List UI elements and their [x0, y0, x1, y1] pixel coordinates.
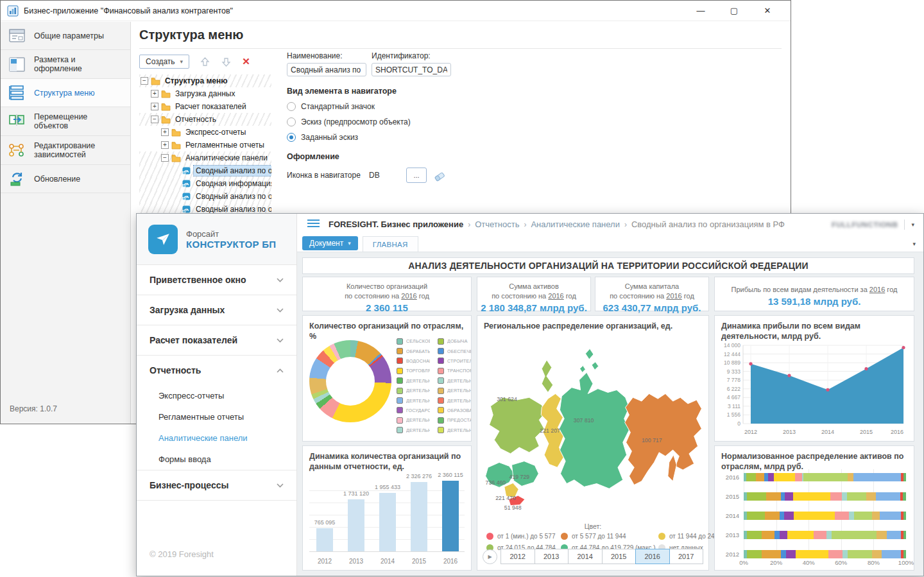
timeline-year-2015[interactable]: 2015 — [602, 549, 637, 564]
radio-unchecked-icon[interactable] — [287, 102, 296, 111]
view-section-title: Вид элемента в навигаторе — [287, 87, 505, 96]
year-link[interactable]: 2016 — [401, 292, 416, 300]
breadcrumb-link[interactable]: Сводный анализ по организациям в РФ — [631, 220, 785, 229]
dashboard-icon — [182, 205, 191, 214]
legend-item: ОБРАЗОВАН... — [438, 406, 471, 415]
year-link[interactable]: 2016 — [666, 292, 681, 300]
hamburger-menu-icon[interactable] — [307, 219, 320, 230]
expand-icon[interactable]: + — [161, 128, 169, 136]
timeline-year-2013[interactable]: 2013 — [535, 549, 569, 564]
map-region-northwest[interactable] — [489, 397, 545, 454]
map-region-sakhalin[interactable] — [668, 455, 677, 481]
breadcrumb-link[interactable]: Отчетность — [475, 220, 519, 229]
stacked-segment — [765, 512, 780, 520]
tree-node[interactable]: Сводный анализ по орган — [139, 164, 271, 177]
maximize-icon[interactable]: ▢ — [717, 6, 751, 15]
sidebar-subitem-регламентные-отчеты[interactable]: Регламентные отчеты — [137, 406, 296, 427]
create-button[interactable]: Создать ▾ — [139, 55, 189, 69]
sidebar-item-update[interactable]: Обновление — [1, 165, 130, 193]
sidebar-subitem-формы-ввода[interactable]: Формы ввода — [137, 449, 296, 470]
tree-node-label: Сводный анализ по орган — [194, 191, 271, 202]
map-region-novaya[interactable] — [542, 360, 553, 393]
map-region-fareast[interactable] — [625, 393, 702, 485]
sidebar-subitem-аналитические-панели[interactable]: Аналитические панели — [137, 427, 296, 449]
legend-item: ДЕЯТЕЛЬНО... — [438, 395, 471, 405]
tree-node[interactable]: Сводный анализ по орган — [139, 190, 271, 203]
radio-checked-icon[interactable] — [287, 133, 296, 142]
axis-year-label: 2015 — [412, 558, 426, 565]
user-name-badge[interactable]: FULLFUNCTIONB — [832, 221, 898, 228]
expand-icon[interactable]: + — [161, 141, 169, 149]
timeline-year-2017[interactable]: 2017 — [669, 549, 704, 564]
breadcrumb-root[interactable]: FORESIGHT. Бизнес приложение — [329, 220, 463, 229]
play-button[interactable]: ▶ — [483, 549, 497, 564]
map-region-value: 301 624 — [497, 396, 517, 402]
close-icon[interactable]: ✕ — [751, 6, 784, 15]
expand-icon[interactable]: + — [151, 103, 158, 110]
sidebar-item-menu[interactable]: Структура меню — [1, 79, 130, 107]
move-up-icon[interactable] — [200, 56, 210, 67]
tree-node[interactable]: +Загрузка данных — [139, 87, 271, 100]
tab-main[interactable]: ГЛАВНАЯ — [363, 236, 418, 252]
expand-icon[interactable]: + — [151, 90, 158, 98]
tree-node[interactable]: +Экспресс-отчеты — [139, 126, 271, 139]
timeline-year-2016[interactable]: 2016 — [635, 549, 670, 564]
identifier-input[interactable] — [372, 63, 451, 76]
radio-unchecked-icon[interactable] — [287, 117, 296, 126]
name-label: Наименование: — [287, 51, 366, 60]
tree-node[interactable]: +Расчет показателей — [139, 100, 271, 113]
sidebar-item-deps[interactable]: Редактирование зависимостей — [1, 136, 130, 165]
legend-swatch — [438, 417, 444, 424]
svg-text:2015: 2015 — [860, 429, 873, 435]
stacked-segment — [794, 512, 834, 520]
tree-node[interactable]: −Отчетность — [139, 113, 271, 126]
stacked-segment — [781, 550, 786, 558]
tree-node[interactable]: −Структура меню — [139, 74, 271, 87]
collapse-icon[interactable]: − — [141, 77, 148, 85]
timeline-year-2012[interactable]: 2012 — [501, 549, 535, 564]
ribbon-collapse-icon[interactable]: ▾ — [912, 241, 916, 247]
user-menu-chevron-icon[interactable]: ▾ — [911, 221, 914, 228]
legend-label: ТРАНСПОРТ... — [447, 368, 471, 373]
sidebar-item-расчет-показателей[interactable]: Расчет показателей — [137, 325, 296, 355]
sidebar-item-move[interactable]: Перемещение объектов — [1, 107, 130, 136]
eraser-icon[interactable] — [433, 169, 446, 182]
axis-tick-label: 0% — [739, 559, 748, 566]
radio-option[interactable]: Стандартный значок — [287, 102, 505, 111]
year-link[interactable]: 2016 — [548, 292, 563, 300]
sidebar-item-params[interactable]: Общие параметры — [1, 22, 130, 50]
stacked-segment — [795, 473, 801, 481]
map-region-siberia[interactable] — [559, 372, 629, 488]
document-menu-button[interactable]: Документ ▾ — [302, 236, 358, 250]
minimize-icon[interactable]: — — [684, 6, 717, 15]
sidebar-item-layout[interactable]: Разметка и оформление — [1, 50, 130, 79]
axis-tick-label: 60% — [835, 559, 847, 566]
sidebar-subitem-экспресс-отчеты[interactable]: Экспресс-отчеты — [137, 385, 296, 406]
sidebar-item-приветственное-окно[interactable]: Приветственное окно — [137, 265, 296, 295]
legend-dot — [486, 533, 493, 540]
collapse-icon[interactable]: − — [161, 154, 169, 162]
delete-icon[interactable]: ✕ — [242, 56, 250, 67]
tree-node[interactable]: Сводная информация по о — [139, 177, 271, 190]
collapse-icon[interactable]: − — [151, 116, 158, 123]
breadcrumb-link[interactable]: Аналитические панели — [531, 220, 620, 229]
svg-text:14 000: 14 000 — [724, 342, 740, 349]
sidebar-item-бизнес-процессы[interactable]: Бизнес-процессы — [137, 470, 296, 500]
axis-year-label: 2016 — [721, 474, 739, 481]
browse-button[interactable]: ... — [406, 168, 427, 183]
nav-item-label: Отчетность — [150, 365, 201, 375]
stacked-segment — [903, 550, 906, 558]
sidebar-item-отчетность[interactable]: Отчетность — [137, 356, 296, 385]
map-region-islands[interactable] — [580, 349, 599, 372]
tree-node[interactable]: +Регламентные отчеты — [139, 139, 271, 151]
timeline-year-2014[interactable]: 2014 — [568, 549, 603, 564]
year-link[interactable]: 2016 — [869, 286, 885, 293]
radio-option[interactable]: Эскиз (предпросмотр объекта) — [287, 117, 505, 126]
move-down-icon[interactable] — [221, 56, 232, 67]
name-input[interactable] — [287, 63, 366, 76]
radio-label: Эскиз (предпросмотр объекта) — [301, 117, 411, 126]
stacked-row: 2012 — [721, 550, 906, 558]
tree-node[interactable]: −Аналитические панели — [139, 151, 271, 164]
radio-option[interactable]: Заданный эскиз — [287, 133, 505, 142]
sidebar-item-загрузка-данных[interactable]: Загрузка данных — [137, 295, 296, 325]
